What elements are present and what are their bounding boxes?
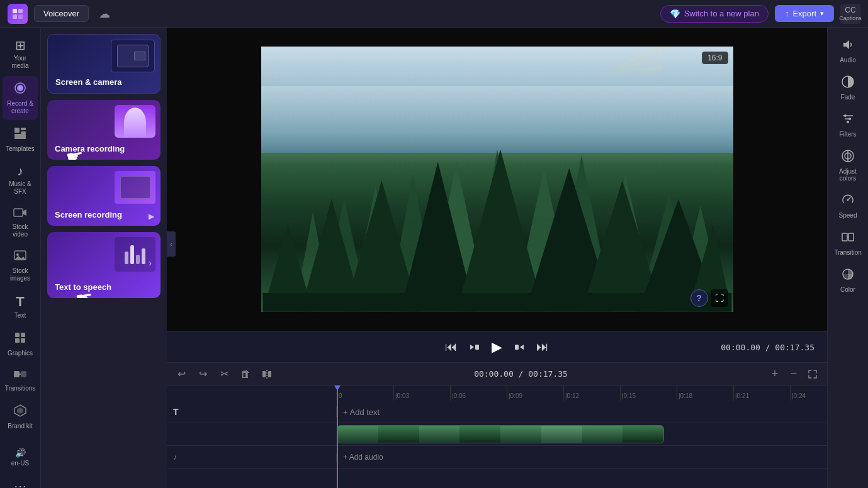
camera-thumb bbox=[115, 105, 155, 138]
tts-arrow-icon: › bbox=[149, 258, 152, 268]
export-button[interactable]: ↑ Export ▾ bbox=[775, 5, 834, 22]
svg-marker-14 bbox=[14, 256, 26, 260]
fast-forward-button[interactable] bbox=[512, 340, 526, 354]
timeline-playhead[interactable] bbox=[337, 385, 338, 401]
ruler-mark-6: |0:06 bbox=[450, 385, 507, 401]
svg-rect-46 bbox=[515, 345, 519, 350]
switch-plan-button[interactable]: 💎 Switch to a new plan bbox=[660, 5, 769, 23]
screen-camera-thumb bbox=[111, 40, 155, 72]
gem-icon: 💎 bbox=[670, 9, 680, 19]
text-track-icon: T bbox=[173, 407, 179, 417]
sidebar-item-en-us[interactable]: 🔊 en-US bbox=[3, 443, 38, 472]
right-item-adjust-colors[interactable]: Adjust colors bbox=[830, 144, 865, 187]
sidebar-item-graphics[interactable]: Graphics bbox=[3, 326, 38, 362]
svg-rect-48 bbox=[268, 371, 271, 377]
sidebar-item-label: Your media bbox=[5, 55, 35, 70]
right-item-speed[interactable]: Speed bbox=[830, 188, 865, 224]
zoom-out-button[interactable]: − bbox=[786, 366, 802, 382]
center-area: 16:9 ⛶ ? ⏮ ▶ ⏭ 00:00.00 / 00:17.35 bbox=[167, 28, 827, 488]
svg-marker-50 bbox=[843, 40, 849, 49]
skip-to-start-button[interactable]: ⏮ bbox=[445, 340, 458, 354]
timeline-zoom-controls: + − bbox=[767, 366, 821, 382]
svg-rect-19 bbox=[14, 371, 20, 377]
tts-thumb: › bbox=[115, 237, 155, 272]
ruler-mark-18: |0:18 bbox=[677, 385, 733, 401]
sidebar-item-label: Music & SFX bbox=[5, 180, 35, 196]
help-button[interactable]: ? bbox=[690, 289, 708, 307]
delete-button[interactable]: 🗑 bbox=[237, 366, 254, 382]
topbar: Voiceover ☁ 💎 Switch to a new plan ↑ Exp… bbox=[0, 0, 868, 28]
text-icon: T bbox=[16, 294, 24, 310]
right-item-color[interactable]: Color bbox=[830, 262, 865, 298]
sidebar-item-record-create[interactable]: Record &create bbox=[3, 76, 38, 120]
svg-rect-47 bbox=[262, 371, 266, 377]
sidebar-item-label: Stock images bbox=[5, 267, 35, 282]
svg-point-55 bbox=[844, 114, 847, 117]
zoom-in-button[interactable]: + bbox=[767, 366, 783, 382]
fade-label: Fade bbox=[841, 94, 855, 101]
screen-recording-label: Screen recording bbox=[55, 210, 122, 219]
screen-rec-thumb bbox=[115, 171, 155, 204]
panel-card-text-to-speech[interactable]: › Text to speech ☛ bbox=[47, 232, 161, 298]
video-clip[interactable] bbox=[337, 425, 664, 443]
sidebar-item-music-sfx[interactable]: ♪ Music & SFX bbox=[3, 159, 38, 201]
sidebar-item-stock-images[interactable]: Stock images bbox=[3, 245, 38, 287]
audio-track-label: ♪ bbox=[167, 453, 337, 462]
music-sfx-icon: ♪ bbox=[17, 164, 23, 179]
svg-rect-44 bbox=[262, 293, 731, 312]
ruler-mark-15: |0:15 bbox=[620, 385, 677, 401]
right-item-audio[interactable]: Audio bbox=[830, 33, 865, 69]
right-item-fade[interactable]: Fade bbox=[830, 70, 865, 106]
timeline-tracks: T + Add text bbox=[167, 401, 827, 488]
svg-marker-23 bbox=[17, 408, 23, 414]
panel-collapse-button[interactable]: ‹ bbox=[167, 231, 176, 257]
fullscreen-button[interactable]: ⛶ bbox=[711, 289, 728, 307]
ruler-mark-21: |0:21 bbox=[733, 385, 790, 401]
fade-icon bbox=[841, 75, 855, 92]
templates-icon bbox=[13, 126, 27, 143]
rewind-button[interactable] bbox=[468, 340, 482, 354]
aspect-ratio-badge: 16:9 bbox=[702, 52, 728, 64]
transition-label: Transition bbox=[834, 249, 862, 256]
panel-card-screen-recording[interactable]: ▶ Screen recording bbox=[47, 166, 161, 226]
sidebar-item-templates[interactable]: Templates bbox=[3, 121, 38, 158]
sidebar-item-transitions[interactable]: Transitions bbox=[3, 363, 38, 397]
split-button[interactable] bbox=[259, 366, 275, 382]
sidebar-item-text[interactable]: T Text bbox=[3, 289, 38, 324]
ruler-mark-0: 0 bbox=[337, 385, 393, 401]
svg-rect-9 bbox=[14, 134, 26, 139]
playback-controls: ⏮ ▶ ⏭ 00:00.00 / 00:17.35 bbox=[167, 331, 827, 362]
audio-track-content[interactable]: + Add audio bbox=[337, 446, 827, 468]
cc-icon: CC bbox=[845, 6, 855, 14]
video-clip-thumbnail bbox=[337, 426, 663, 443]
text-track-content[interactable]: + Add text bbox=[337, 401, 827, 423]
filters-icon bbox=[841, 112, 855, 129]
stock-images-icon bbox=[13, 250, 27, 265]
redo-button[interactable]: ↪ bbox=[194, 366, 211, 382]
fit-to-screen-button[interactable] bbox=[804, 366, 821, 382]
skip-to-end-button[interactable]: ⏭ bbox=[536, 340, 549, 354]
sidebar-item-stock-video[interactable]: Stock video bbox=[3, 202, 38, 243]
voiceover-tab[interactable]: Voiceover bbox=[34, 5, 89, 22]
sidebar-item-feature-flags[interactable]: ⋯ Feature Flags bbox=[3, 474, 38, 488]
add-text-button[interactable]: + Add text bbox=[343, 407, 380, 416]
captions-button[interactable]: CC Captions bbox=[840, 4, 860, 24]
ruler-mark-9: |0:09 bbox=[507, 385, 563, 401]
right-item-filters[interactable]: Filters bbox=[830, 107, 865, 143]
undo-button[interactable]: ↩ bbox=[173, 366, 189, 382]
add-audio-button[interactable]: + Add audio bbox=[343, 453, 383, 462]
panel-card-camera-recording[interactable]: Camera recording ☛ bbox=[47, 100, 161, 160]
speed-icon bbox=[841, 193, 855, 210]
timeline-content: 0 |0:03 |0:06 |0:09 |0:12 |0:15 |0:18 |0… bbox=[167, 385, 827, 488]
your-media-icon: ⊞ bbox=[15, 38, 26, 53]
upload-icon: ↑ bbox=[785, 9, 789, 18]
right-item-transition[interactable]: Transition bbox=[830, 225, 865, 261]
panel-card-screen-camera[interactable]: Screen & camera bbox=[47, 34, 161, 94]
sidebar-item-your-media[interactable]: ⊞ Your media bbox=[3, 33, 38, 75]
ruler-marks: 0 |0:03 |0:06 |0:09 |0:12 |0:15 |0:18 |0… bbox=[337, 385, 827, 401]
play-button[interactable]: ▶ bbox=[492, 339, 502, 355]
cut-button[interactable]: ✂ bbox=[216, 366, 232, 382]
sidebar-item-brand-kit[interactable]: Brand kit bbox=[3, 399, 38, 435]
ruler-mark-24: |0:24 bbox=[790, 385, 827, 401]
svg-point-5 bbox=[17, 85, 23, 91]
